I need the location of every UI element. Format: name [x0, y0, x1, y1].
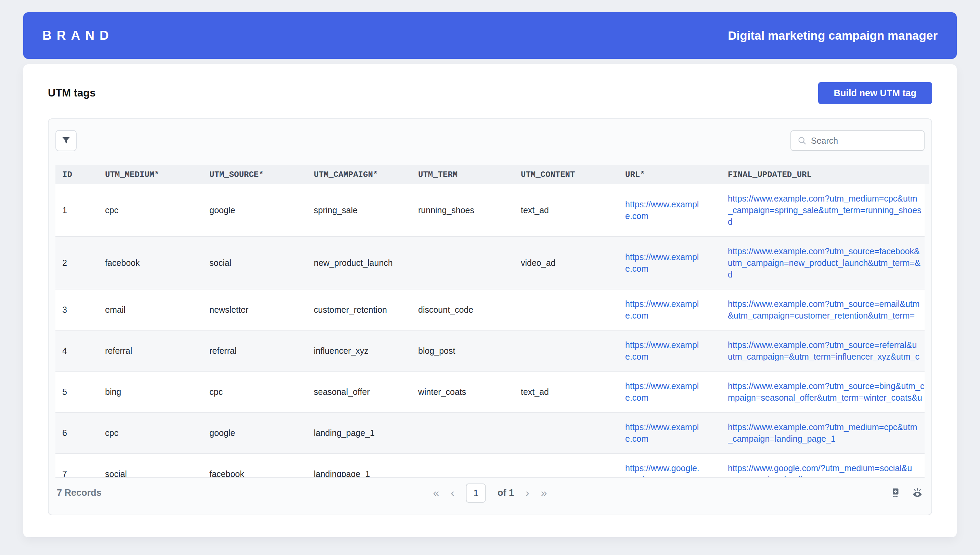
cell-utm-term: running_shoes	[411, 184, 514, 236]
brand-logo: BRAND	[42, 29, 114, 43]
final-updated-url-link[interactable]: https://www.example.com?utm_medium=cpc&u…	[728, 421, 925, 444]
cell-utm-source: social	[202, 236, 307, 289]
column-header-id[interactable]: ID	[55, 165, 98, 184]
cell-final-updated-url: https://www.google.com/?utm_medium=socia…	[721, 453, 925, 477]
table-row[interactable]: 6 cpc google landing_page_1 https://www.…	[55, 412, 925, 453]
cell-final-updated-url: https://www.example.com?utm_medium=cpc&u…	[721, 184, 925, 236]
column-header-utm-medium[interactable]: UTM_MEDIUM*	[98, 165, 202, 184]
cell-utm-source: facebook	[202, 453, 307, 477]
magnifier-icon	[797, 136, 807, 146]
cell-utm-source: cpc	[202, 371, 307, 412]
cell-utm-medium: referral	[98, 330, 202, 371]
final-updated-url-link[interactable]: https://www.example.com?utm_source=bing&…	[728, 380, 925, 403]
table-header: ID UTM_MEDIUM* UTM_SOURCE* UTM_CAMPAIGN*…	[55, 165, 929, 184]
final-updated-url-link[interactable]: https://www.example.com?utm_medium=cpc&u…	[728, 192, 925, 228]
cell-utm-medium: facebook	[98, 236, 202, 289]
cell-utm-medium: social	[98, 453, 202, 477]
url-link[interactable]: https://www.example.com	[625, 298, 703, 321]
data-grid: ID UTM_MEDIUM* UTM_SOURCE* UTM_CAMPAIGN*…	[55, 165, 925, 477]
cell-utm-term: discount_code	[411, 289, 514, 330]
cell-utm-campaign: landingpage_1	[307, 453, 411, 477]
column-header-utm-campaign[interactable]: UTM_CAMPAIGN*	[307, 165, 411, 184]
final-updated-url-link[interactable]: https://www.example.com?utm_source=faceb…	[728, 245, 925, 280]
search-box[interactable]	[791, 130, 925, 151]
final-updated-url-link[interactable]: https://www.example.com?utm_source=email…	[728, 298, 925, 321]
cell-url: https://www.example.com	[618, 330, 721, 371]
cell-utm-campaign: seasonal_offer	[307, 371, 411, 412]
cell-final-updated-url: https://www.example.com?utm_medium=cpc&u…	[721, 412, 925, 453]
url-link[interactable]: https://www.example.com	[625, 421, 703, 444]
search-input[interactable]	[811, 136, 921, 146]
table-panel: ID UTM_MEDIUM* UTM_SOURCE* UTM_CAMPAIGN*…	[48, 119, 932, 515]
page-count-label: of 1	[497, 488, 514, 498]
page-number-input[interactable]	[466, 483, 486, 503]
cell-url: https://www.example.com	[618, 289, 721, 330]
table-row[interactable]: 5 bing cpc seasonal_offer winter_coats t…	[55, 371, 925, 412]
cell-id: 4	[55, 330, 98, 371]
url-link[interactable]: https://www.example.com	[625, 199, 703, 222]
content-card: UTM tags Build new UTM tag	[23, 64, 957, 537]
last-page-button[interactable]: »	[541, 486, 547, 499]
cell-utm-medium: email	[98, 289, 202, 330]
column-header-utm-content[interactable]: UTM_CONTENT	[514, 165, 618, 184]
table-row[interactable]: 3 email newsletter customer_retention di…	[55, 289, 925, 330]
funnel-icon	[61, 135, 71, 146]
url-link[interactable]: https://www.google.com/	[625, 462, 703, 477]
cell-final-updated-url: https://www.example.com?utm_source=email…	[721, 289, 925, 330]
build-new-utm-tag-button[interactable]: Build new UTM tag	[818, 82, 932, 104]
cell-utm-term	[411, 453, 514, 477]
cell-utm-campaign: landing_page_1	[307, 412, 411, 453]
table-row[interactable]: 1 cpc google spring_sale running_shoes t…	[55, 184, 925, 236]
cell-utm-source: google	[202, 184, 307, 236]
cell-utm-content: text_ad	[514, 371, 618, 412]
filter-button[interactable]	[55, 130, 77, 151]
column-header-utm-source[interactable]: UTM_SOURCE*	[202, 165, 307, 184]
cell-utm-term: winter_coats	[411, 371, 514, 412]
table-row[interactable]: 4 referral referral influencer_xyz blog_…	[55, 330, 925, 371]
column-header-url[interactable]: URL*	[618, 165, 721, 184]
cell-utm-content	[514, 412, 618, 453]
next-page-button[interactable]: ›	[526, 486, 529, 499]
first-page-button[interactable]: «	[433, 486, 439, 499]
export-download-icon[interactable]	[890, 487, 901, 499]
cell-final-updated-url: https://www.example.com?utm_source=refer…	[721, 330, 925, 371]
cell-utm-medium: cpc	[98, 184, 202, 236]
card-header: UTM tags Build new UTM tag	[23, 64, 957, 104]
table-row[interactable]: 2 facebook social new_product_launch vid…	[55, 236, 925, 289]
cell-utm-medium: cpc	[98, 412, 202, 453]
cell-utm-content: video_ad	[514, 236, 618, 289]
cell-utm-campaign: spring_sale	[307, 184, 411, 236]
cell-id: 5	[55, 371, 98, 412]
cell-id: 2	[55, 236, 98, 289]
column-header-utm-term[interactable]: UTM_TERM	[411, 165, 514, 184]
app-title: Digital marketing campaign manager	[728, 29, 938, 42]
final-updated-url-link[interactable]: https://www.example.com?utm_source=refer…	[728, 339, 925, 363]
cell-utm-source: referral	[202, 330, 307, 371]
table-body: 1 cpc google spring_sale running_shoes t…	[55, 184, 925, 477]
table-body-viewport[interactable]: 1 cpc google spring_sale running_shoes t…	[55, 184, 925, 477]
url-link[interactable]: https://www.example.com	[625, 251, 703, 274]
cell-utm-term	[411, 412, 514, 453]
cell-utm-source: google	[202, 412, 307, 453]
cell-utm-medium: bing	[98, 371, 202, 412]
cell-utm-campaign: new_product_launch	[307, 236, 411, 289]
column-header-final-updated-url[interactable]: FINAL_UPDATED_URL	[721, 165, 929, 184]
cell-utm-content: text_ad	[514, 184, 618, 236]
cell-utm-campaign: influencer_xyz	[307, 330, 411, 371]
cell-final-updated-url: https://www.example.com?utm_source=faceb…	[721, 236, 925, 289]
cell-url: https://www.example.com	[618, 412, 721, 453]
page-title: UTM tags	[48, 87, 96, 99]
preview-eye-icon[interactable]	[911, 487, 923, 499]
top-navigation-bar: BRAND Digital marketing campaign manager	[23, 12, 957, 59]
cell-id: 3	[55, 289, 98, 330]
final-updated-url-link[interactable]: https://www.google.com/?utm_medium=socia…	[728, 462, 925, 477]
cell-final-updated-url: https://www.example.com?utm_source=bing&…	[721, 371, 925, 412]
table-toolbar	[55, 130, 925, 151]
url-link[interactable]: https://www.example.com	[625, 339, 703, 363]
table-footer: 7 Records « ‹ of 1 › »	[55, 477, 925, 508]
previous-page-button[interactable]: ‹	[451, 486, 454, 499]
cell-url: https://www.example.com	[618, 184, 721, 236]
table-row[interactable]: 7 social facebook landingpage_1 https://…	[55, 453, 925, 477]
cell-id: 6	[55, 412, 98, 453]
url-link[interactable]: https://www.example.com	[625, 380, 703, 403]
